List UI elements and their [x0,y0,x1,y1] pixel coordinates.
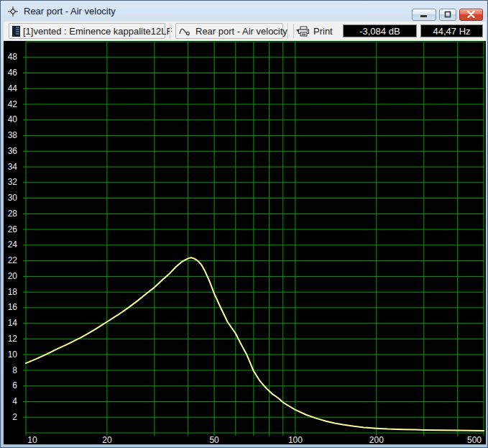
y-tick-label: 2 [4,412,17,423]
x-tick-label: 50 [200,435,229,445]
y-tick-label: 26 [4,224,17,235]
print-button[interactable]: Print [293,23,337,39]
y-tick-label: 28 [4,209,17,219]
window-controls [412,9,483,21]
driver-select[interactable]: [1]vented : Eminence kappalite12LF [9,23,165,39]
toolbar: [1]vented : Eminence kappalite12LF Rear … [4,22,486,41]
y-tick-label: 42 [4,99,17,110]
minimize-button[interactable] [412,9,436,21]
y-tick-label: 20 [4,271,17,282]
y-tick-label: 44 [4,83,17,94]
graph-select[interactable]: Rear port - Air velocity [175,23,283,39]
y-tick-label: 34 [4,162,17,173]
speaker-box-icon [12,26,20,37]
graph-select-value: Rear port - Air velocity [193,26,292,37]
velocity-curve [26,257,484,431]
y-tick-label: 10 [4,349,17,360]
air-velocity-chart[interactable]: 2468101214161820222426283032343638404244… [4,41,486,444]
y-tick-label: 38 [4,130,17,141]
y-tick-label: 16 [4,302,17,313]
y-tick-label: 46 [4,68,17,78]
y-tick-label: 8 [4,365,17,376]
title-bar[interactable]: Rear port - Air velocity [1,1,487,22]
frequency-readout: 44,47 Hz [420,24,483,37]
y-tick-label: 30 [4,193,17,204]
printer-icon [298,26,310,37]
db-readout: -3,084 dB [343,24,417,37]
y-tick-label: 40 [4,114,17,125]
toolbar-separator [170,23,171,39]
y-tick-label: 4 [4,396,17,407]
y-tick-label: 6 [4,380,17,391]
y-tick-label: 24 [4,239,17,250]
toolbar-separator [287,23,289,39]
restore-button[interactable] [439,9,456,21]
driver-select-value: [1]vented : Eminence kappalite12LF [20,26,176,37]
x-tick-label: 20 [93,435,121,445]
y-tick-label: 48 [4,52,17,63]
close-button[interactable] [459,9,483,21]
chart-grid [4,41,486,444]
waveform-icon [179,27,193,36]
window-title: Rear port - Air velocity [24,6,116,17]
app-window: Rear port - Air velocity [0,0,488,448]
x-tick-label: 10 [18,435,47,445]
x-tick-label: 500 [460,435,488,445]
y-tick-label: 14 [4,318,17,329]
x-tick-label: 200 [362,435,391,445]
y-tick-label: 22 [4,255,17,266]
y-tick-label: 12 [4,334,17,344]
x-tick-label: 100 [281,435,310,445]
crosshair-plot-icon [7,6,19,17]
y-tick-label: 32 [4,177,17,188]
print-label: Print [313,26,333,37]
y-tick-label: 36 [4,146,17,157]
y-tick-label: 18 [4,287,17,298]
